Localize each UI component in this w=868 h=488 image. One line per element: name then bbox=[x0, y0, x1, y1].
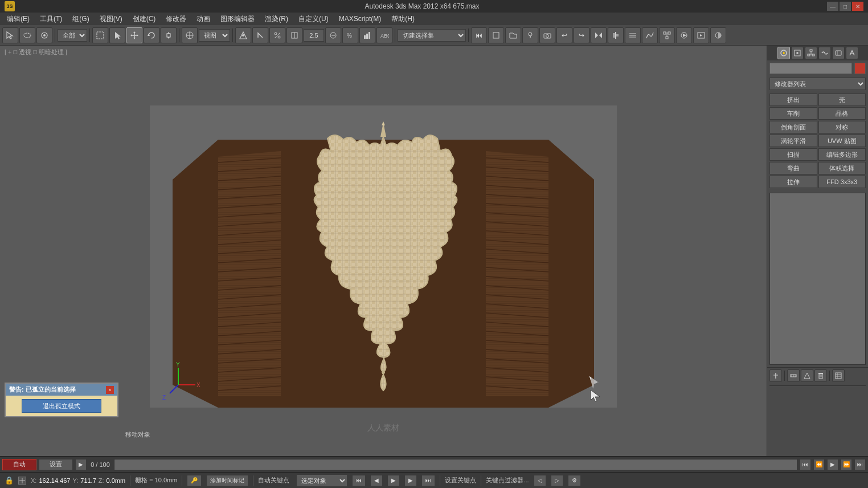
maximize-button[interactable]: □ bbox=[840, 2, 851, 11]
rotate-btn[interactable] bbox=[144, 27, 159, 43]
modifier-bend[interactable]: 弯曲 bbox=[769, 162, 817, 174]
keyframe-nav-start[interactable]: ⏮ bbox=[800, 459, 811, 470]
mini-next-btn[interactable]: ▷ bbox=[551, 475, 563, 486]
keyframe-btn[interactable] bbox=[488, 27, 504, 43]
warning-close-button[interactable]: × bbox=[106, 386, 114, 394]
auto-key-button[interactable]: 自动 bbox=[2, 459, 36, 470]
menu-graph-editor[interactable]: 图形编辑器 bbox=[216, 13, 259, 25]
select-region-btn[interactable] bbox=[92, 27, 108, 43]
undo-btn[interactable]: ↩ bbox=[556, 27, 572, 43]
prev-frame-btn[interactable]: ◀ bbox=[370, 475, 383, 486]
snap-toggle-btn[interactable] bbox=[235, 27, 251, 43]
timeline-scrubber[interactable] bbox=[114, 459, 797, 470]
keyframe-nav-prev[interactable]: ⏪ bbox=[813, 459, 825, 470]
select-btn[interactable] bbox=[109, 27, 125, 43]
viewport[interactable]: [ + □ 透视 □ 明暗处理 ] bbox=[0, 46, 767, 456]
lock-icon[interactable]: 🔒 bbox=[5, 476, 14, 485]
color-swatch[interactable] bbox=[854, 63, 866, 74]
align-btn[interactable] bbox=[608, 27, 624, 43]
pin-stack-btn[interactable] bbox=[769, 369, 782, 382]
snap-value-input[interactable]: 2.5 bbox=[304, 29, 324, 42]
modifier-lattice[interactable]: 晶格 bbox=[818, 107, 866, 120]
remove-modifier-btn[interactable] bbox=[814, 369, 827, 382]
menu-create[interactable]: 创建(C) bbox=[128, 13, 161, 25]
menu-modifier[interactable]: 修改器 bbox=[161, 13, 191, 25]
named-selection-dropdown[interactable]: 切建选择集 bbox=[398, 29, 466, 42]
play-anim-btn[interactable]: ▶ bbox=[387, 475, 400, 486]
abc-btn[interactable]: ABC bbox=[376, 27, 392, 43]
keyframe-nav-end[interactable]: ⏭ bbox=[854, 459, 866, 470]
close-button[interactable]: ✕ bbox=[852, 2, 863, 11]
menu-animation[interactable]: 动画 bbox=[192, 13, 215, 25]
tab-display[interactable] bbox=[777, 47, 790, 59]
schematic-btn[interactable] bbox=[659, 27, 675, 43]
modifier-symmetry[interactable]: 对称 bbox=[818, 121, 866, 133]
percent-toggle-btn[interactable]: % bbox=[342, 27, 358, 43]
percent-snap-btn[interactable] bbox=[269, 27, 285, 43]
curve-btn[interactable] bbox=[642, 27, 658, 43]
tab-hierarchy[interactable] bbox=[805, 47, 817, 59]
add-time-tag-button[interactable]: 添加时间标记 bbox=[206, 475, 248, 486]
play-button[interactable]: ▶ bbox=[75, 459, 87, 470]
modifier-volume-select[interactable]: 体积选择 bbox=[818, 162, 866, 174]
select-filter-dropdown[interactable]: 全部 bbox=[58, 29, 87, 42]
menu-customize[interactable]: 自定义(U) bbox=[294, 13, 333, 25]
light-btn[interactable] bbox=[522, 27, 538, 43]
make-unique-btn[interactable] bbox=[801, 369, 813, 382]
active-shade-btn[interactable] bbox=[710, 27, 726, 43]
minimize-button[interactable]: — bbox=[827, 2, 838, 11]
menu-view[interactable]: 视图(V) bbox=[95, 13, 127, 25]
render-setup-btn[interactable] bbox=[676, 27, 692, 43]
modifier-shell[interactable]: 壳 bbox=[818, 93, 866, 106]
render-btn[interactable] bbox=[693, 27, 709, 43]
tab-modify[interactable] bbox=[791, 47, 804, 59]
modifier-stretch[interactable]: 拉伸 bbox=[769, 176, 817, 188]
exit-isolation-button[interactable]: 退出孤立模式 bbox=[22, 399, 101, 413]
reference-coord-btn[interactable] bbox=[182, 27, 198, 43]
time-config-btn[interactable]: ⚙ bbox=[568, 475, 581, 486]
select-tool-btn[interactable] bbox=[2, 27, 18, 43]
redo-btn[interactable]: ↪ bbox=[574, 27, 589, 43]
view-dropdown[interactable]: 视图 bbox=[199, 29, 230, 42]
angle-snap-btn[interactable] bbox=[252, 27, 268, 43]
modifier-bevel-profile[interactable]: 倒角剖面 bbox=[769, 121, 817, 133]
go-end-btn[interactable]: ⏭ bbox=[421, 475, 435, 486]
mini-prev-btn[interactable]: ◁ bbox=[534, 475, 546, 486]
open-file-btn[interactable] bbox=[505, 27, 521, 43]
scale-btn[interactable] bbox=[161, 27, 177, 43]
move-btn[interactable] bbox=[126, 27, 142, 43]
show-end-result-btn[interactable] bbox=[787, 369, 800, 382]
keyframe-nav-next[interactable]: ⏩ bbox=[841, 459, 852, 470]
configure-btn[interactable] bbox=[832, 369, 845, 382]
mirror-btn[interactable] bbox=[591, 27, 607, 43]
menu-edit[interactable]: 编辑(E) bbox=[2, 13, 34, 25]
modifier-lathe[interactable]: 车削 bbox=[769, 107, 817, 120]
go-start-btn[interactable]: ⏮ bbox=[352, 475, 366, 486]
tab-display2[interactable] bbox=[832, 47, 845, 59]
modifier-list-dropdown[interactable]: 修改器列表 bbox=[769, 78, 866, 90]
next-frame-btn[interactable]: ▶ bbox=[404, 475, 417, 486]
modifier-sweep[interactable]: 扫描 bbox=[769, 148, 817, 161]
menu-tools[interactable]: 工具(T) bbox=[35, 13, 67, 25]
modifier-uvw-map[interactable]: UVW 贴图 bbox=[818, 135, 866, 147]
set-key-button[interactable]: 设置 bbox=[39, 459, 73, 470]
layer-btn[interactable] bbox=[625, 27, 641, 43]
key-icon[interactable]: 🔑 bbox=[187, 475, 202, 486]
sub-snap-btn[interactable] bbox=[325, 27, 341, 43]
tab-motion[interactable] bbox=[818, 47, 831, 59]
menu-group[interactable]: 组(G) bbox=[68, 13, 93, 25]
keyframe-nav-play[interactable]: ▶ bbox=[827, 459, 838, 470]
auto-key-dropdown[interactable]: 选定对象 bbox=[296, 474, 347, 487]
prev-keyframe-btn[interactable]: ⏮ bbox=[471, 27, 487, 43]
menu-help[interactable]: 帮助(H) bbox=[387, 13, 419, 25]
paint-select-btn[interactable] bbox=[36, 27, 52, 43]
spinner-snap-btn[interactable] bbox=[286, 27, 302, 43]
lasso-select-btn[interactable] bbox=[19, 27, 35, 43]
camera-btn[interactable] bbox=[539, 27, 555, 43]
menu-render[interactable]: 渲染(R) bbox=[260, 13, 293, 25]
name-input[interactable] bbox=[769, 63, 852, 74]
modifier-edit-poly[interactable]: 编辑多边形 bbox=[818, 148, 866, 161]
modifier-ffd[interactable]: FFD 3x3x3 bbox=[818, 176, 866, 188]
modifier-turbosmooth[interactable]: 涡轮平滑 bbox=[769, 135, 817, 147]
tab-utilities[interactable] bbox=[846, 47, 858, 59]
